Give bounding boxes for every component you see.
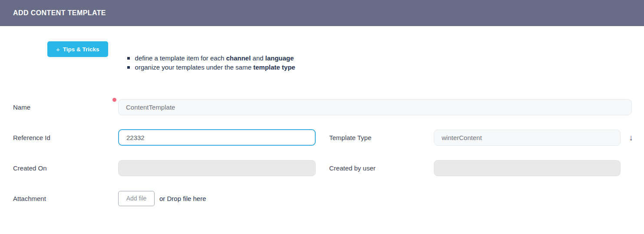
created-on-field — [118, 160, 316, 176]
tips-list-item: define a template item for each channel … — [127, 53, 295, 63]
name-label: Name — [13, 104, 118, 111]
tips-list: define a template item for each channel … — [127, 53, 295, 72]
tip-text-bold: language — [265, 54, 294, 62]
tip-text-segment: and — [251, 54, 265, 62]
dropdown-arrow-icon[interactable]: ↓ — [629, 134, 634, 142]
add-file-button[interactable]: Add file — [118, 191, 155, 206]
tip-text-bold: channel — [226, 54, 251, 62]
created-by-user-input — [434, 160, 621, 176]
name-row: Name — [0, 99, 644, 115]
content: + Tips & Tricks define a template item f… — [0, 41, 644, 207]
tip-text: define a template item for each channel … — [135, 53, 294, 63]
bullet-square-icon — [127, 66, 130, 69]
template-type-input[interactable] — [434, 130, 621, 146]
attachment-label: Attachment — [13, 195, 118, 202]
reference-id-label: Reference Id — [13, 134, 118, 141]
tips-tricks-button[interactable]: + Tips & Tricks — [47, 41, 108, 57]
tip-text-bold: template type — [253, 64, 295, 71]
tips-tricks-label: Tips & Tricks — [63, 46, 99, 53]
created-by-user-label: Created by user — [329, 164, 434, 172]
tip-text: organize your templates under the same t… — [135, 63, 295, 72]
created-by-user-field — [434, 160, 621, 176]
plus-icon: + — [56, 46, 60, 53]
created-on-input — [118, 160, 316, 176]
name-field — [118, 99, 632, 115]
template-type-label: Template Type — [329, 134, 434, 141]
content-template-form: Name Reference Id Template Type ↓ Crea — [0, 99, 644, 207]
reference-id-field — [118, 129, 316, 146]
page: ADD CONTENT TEMPLATE + Tips & Tricks def… — [0, 0, 644, 207]
created-on-label: Created On — [13, 164, 118, 172]
attachment-field: Add file or Drop file here — [118, 191, 316, 206]
page-title: ADD CONTENT TEMPLATE — [13, 9, 106, 17]
tip-text-segment: define a template item for each — [135, 54, 226, 62]
tips-section: + Tips & Tricks define a template item f… — [0, 41, 644, 72]
template-type-field: ↓ — [434, 130, 621, 146]
bullet-square-icon — [127, 57, 130, 60]
drop-file-hint: or Drop file here — [159, 195, 206, 202]
required-indicator — [112, 98, 116, 102]
tips-list-item: organize your templates under the same t… — [127, 63, 295, 72]
created-row: Created On Created by user — [0, 160, 644, 176]
reference-id-input[interactable] — [118, 129, 316, 146]
tip-text-segment: organize your templates under the same — [135, 64, 254, 71]
name-input[interactable] — [118, 99, 632, 115]
reference-template-row: Reference Id Template Type ↓ — [0, 129, 644, 146]
page-header: ADD CONTENT TEMPLATE — [0, 0, 644, 26]
attachment-row: Attachment Add file or Drop file here — [0, 190, 644, 207]
